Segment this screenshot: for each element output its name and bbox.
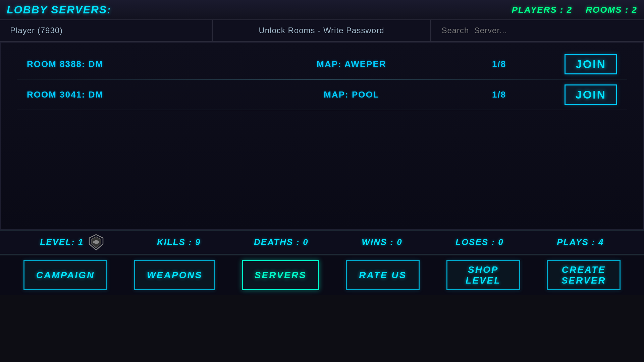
rooms-count: ROOMS : 2: [586, 5, 637, 15]
room-map-1: MAP: AWEPER: [233, 59, 470, 69]
shield-icon: [89, 234, 104, 251]
weapons-button[interactable]: WEAPONS: [134, 260, 215, 290]
wins-label: WINS : 0: [362, 237, 402, 247]
search-input[interactable]: [431, 20, 644, 41]
main-content: ROOM 8388: DM MAP: AWEPER 1/8 JOIN ROOM …: [0, 42, 644, 230]
stats-bar: LEVEL: 1 KILLS : 9 DEATHS : 0 WINS : 0 L…: [0, 230, 644, 255]
player-input[interactable]: [0, 20, 120, 41]
level-label: LEVEL: 1: [40, 237, 84, 247]
svg-rect-3: [93, 241, 99, 243]
unlock-input[interactable]: [213, 20, 431, 41]
kills-stat: KILLS : 9: [157, 237, 201, 247]
unlock-input-container: [213, 20, 432, 41]
servers-button[interactable]: SERVERS: [242, 260, 319, 290]
players-count: PLAYERS : 2: [512, 5, 572, 15]
room-name-2: ROOM 3041: DM: [27, 89, 233, 100]
lobby-title: LOBBY SERVERS:: [7, 4, 111, 16]
plays-stat: PLAYS : 4: [557, 237, 604, 247]
room-map-2: MAP: POOL: [233, 89, 470, 100]
rate-us-button[interactable]: RATE US: [346, 260, 420, 290]
header: LOBBY SERVERS: PLAYERS : 2 ROOMS : 2: [0, 0, 644, 20]
table-row: ROOM 8388: DM MAP: AWEPER 1/8 JOIN: [17, 49, 627, 79]
join-button-2[interactable]: JOIN: [565, 84, 617, 105]
kills-label: KILLS : 9: [157, 237, 201, 247]
create-server-button[interactable]: CREATE SERVER: [547, 260, 621, 290]
table-row: ROOM 3041: DM MAP: POOL 1/8 JOIN: [17, 80, 627, 110]
wins-stat: WINS : 0: [362, 237, 402, 247]
bottom-nav: CAMPAIGN WEAPONS SERVERS RATE US SHOP LE…: [0, 255, 644, 295]
room-divider-2: [32, 110, 612, 110]
room-players-1: 1/8: [470, 59, 529, 69]
input-row: [0, 20, 644, 42]
search-input-container: [431, 20, 644, 41]
room-name-1: ROOM 8388: DM: [27, 59, 233, 69]
loses-stat: LOSES : 0: [455, 237, 504, 247]
campaign-button[interactable]: CAMPAIGN: [23, 260, 107, 290]
level-stat: LEVEL: 1: [40, 234, 104, 251]
loses-label: LOSES : 0: [455, 237, 504, 247]
shop-level-button[interactable]: SHOP LEVEL: [446, 260, 520, 290]
join-button-1[interactable]: JOIN: [565, 54, 617, 74]
deaths-label: DEATHS : 0: [254, 237, 309, 247]
header-stats: PLAYERS : 2 ROOMS : 2: [512, 5, 637, 15]
plays-label: PLAYS : 4: [557, 237, 604, 247]
room-players-2: 1/8: [470, 89, 529, 100]
player-input-container: [0, 20, 213, 41]
deaths-stat: DEATHS : 0: [254, 237, 309, 247]
room-list: ROOM 8388: DM MAP: AWEPER 1/8 JOIN ROOM …: [17, 49, 627, 110]
